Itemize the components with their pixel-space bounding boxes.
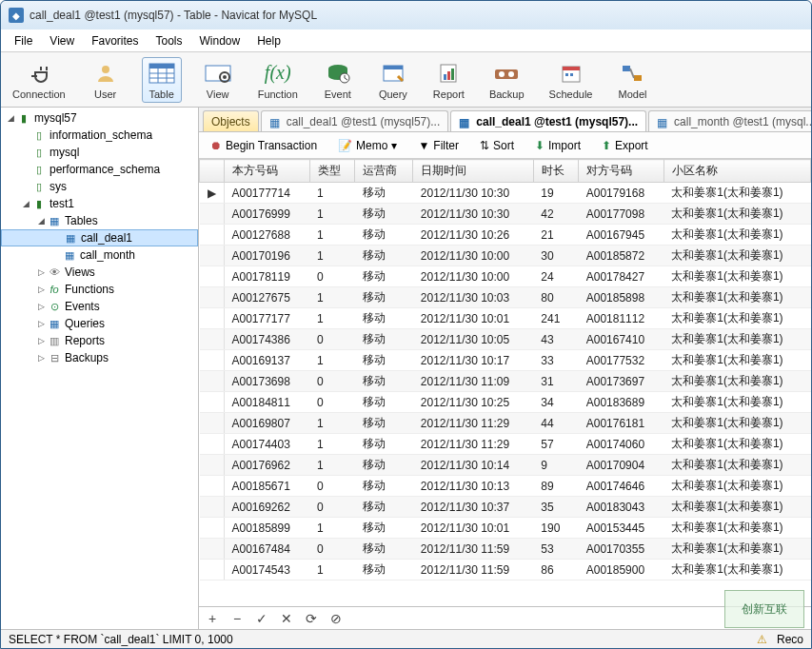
cell[interactable]: 移动 — [355, 183, 413, 204]
table-row[interactable]: A001276881移动2012/11/30 10:2621A00167945太… — [200, 225, 811, 246]
cell[interactable]: 57 — [533, 434, 578, 455]
filter-button[interactable]: ▼Filter — [412, 137, 465, 154]
cell[interactable]: 0 — [309, 329, 354, 350]
cell[interactable]: A00174060 — [579, 434, 664, 455]
table-row[interactable]: A001769621移动2012/11/30 10:149A00170904太和… — [200, 455, 811, 476]
expand-icon[interactable]: ▷ — [35, 336, 47, 345]
refresh-button[interactable]: ⟳ — [304, 611, 319, 626]
menu-help[interactable]: Help — [249, 31, 288, 50]
expand-icon[interactable]: ▷ — [35, 319, 47, 328]
tab-call-deal1-2[interactable]: ▦call_deal1 @test1 (mysql57)... — [450, 110, 646, 131]
cell[interactable]: 9 — [533, 455, 578, 476]
tree-db-performance-schema[interactable]: ▯performance_schema — [1, 161, 198, 178]
cell[interactable]: 0 — [309, 476, 354, 497]
cell[interactable]: A00177098 — [579, 204, 664, 225]
cell[interactable]: 移动 — [355, 266, 413, 287]
cell[interactable]: A00185900 — [579, 560, 664, 580]
connection-tree[interactable]: ◢ ▮ mysql57 ▯information_schema ▯mysql ▯… — [1, 108, 199, 629]
cell[interactable]: 太和姜寨1(太和姜寨1) — [663, 455, 810, 476]
table-row[interactable]: A001743860移动2012/11/30 10:0543A00167410太… — [200, 329, 811, 350]
cell[interactable]: 44 — [533, 413, 578, 434]
export-button[interactable]: ⬆Export — [596, 137, 654, 154]
cell[interactable]: A00177714 — [224, 183, 309, 204]
cell[interactable]: A00184811 — [224, 392, 309, 413]
tool-report[interactable]: Report — [429, 58, 468, 102]
data-grid[interactable]: 本方号码类型运营商日期时间时长对方号码小区名称 ▶A001777141移动201… — [199, 159, 811, 606]
collapse-icon[interactable]: ◢ — [20, 199, 31, 208]
cell[interactable]: A00176999 — [224, 204, 309, 225]
cell[interactable]: 移动 — [355, 371, 413, 392]
cell[interactable]: 1 — [309, 287, 354, 308]
tree-group-queries[interactable]: ▷▦Queries — [1, 315, 198, 332]
cell[interactable]: 太和姜寨1(太和姜寨1) — [663, 518, 810, 539]
cell[interactable]: 2012/11/30 10:30 — [413, 183, 534, 204]
table-row[interactable]: A001771771移动2012/11/30 10:01241A00181112… — [200, 308, 811, 329]
cell[interactable]: 0 — [309, 266, 354, 287]
commit-button[interactable]: ✓ — [254, 611, 269, 626]
cell[interactable]: A00174543 — [224, 560, 309, 580]
cell[interactable]: 1 — [309, 204, 354, 225]
tab-call-month[interactable]: ▦call_month @test1 (mysql... — [648, 110, 811, 131]
expand-icon[interactable]: ▷ — [35, 267, 47, 277]
cell[interactable]: A00170355 — [579, 539, 664, 560]
table-row[interactable]: ▶A001777141移动2012/11/30 10:3019A00179168… — [200, 183, 811, 204]
cell[interactable]: A00174386 — [224, 329, 309, 350]
cell[interactable]: 2012/11/30 11:29 — [413, 434, 534, 455]
cell[interactable]: 移动 — [355, 308, 413, 329]
table-row[interactable]: A001745431移动2012/11/30 11:5986A00185900太… — [200, 560, 811, 580]
cell[interactable]: 移动 — [355, 392, 413, 413]
cell[interactable]: A00170904 — [579, 455, 664, 476]
delete-row-button[interactable]: − — [229, 611, 245, 626]
tool-user[interactable]: User — [87, 58, 125, 102]
cell[interactable]: A00178119 — [224, 266, 309, 287]
cell[interactable]: 35 — [533, 497, 578, 518]
tab-objects[interactable]: Objects — [203, 110, 259, 131]
cell[interactable]: A00173697 — [579, 371, 664, 392]
cell[interactable]: 太和姜寨1(太和姜寨1) — [663, 308, 810, 329]
cell[interactable]: A00127675 — [224, 287, 309, 308]
cell[interactable]: 2012/11/30 10:14 — [413, 455, 534, 476]
cell[interactable]: 21 — [533, 225, 578, 246]
expand-icon[interactable]: ▷ — [35, 285, 47, 294]
table-row[interactable]: A001856710移动2012/11/30 10:1389A00174646太… — [200, 476, 811, 497]
cell[interactable]: 太和姜寨1(太和姜寨1) — [663, 287, 810, 308]
cell[interactable]: 0 — [309, 497, 354, 518]
cell[interactable]: 1 — [309, 455, 354, 476]
cell[interactable]: 太和姜寨1(太和姜寨1) — [663, 392, 810, 413]
tool-table[interactable]: Table — [142, 57, 182, 103]
cell[interactable]: 太和姜寨1(太和姜寨1) — [663, 371, 810, 392]
cell[interactable]: 移动 — [355, 539, 413, 560]
column-header[interactable]: 日期时间 — [413, 160, 534, 183]
cell[interactable]: 移动 — [355, 434, 413, 455]
cell[interactable]: 1 — [309, 183, 354, 204]
cell[interactable]: A00185872 — [579, 246, 664, 266]
cell[interactable]: 30 — [533, 246, 578, 266]
tool-connection[interactable]: Connection — [9, 58, 69, 102]
cell[interactable]: A00181112 — [579, 308, 664, 329]
cell[interactable]: 太和姜寨1(太和姜寨1) — [663, 204, 810, 225]
table-row[interactable]: A001674840移动2012/11/30 11:5953A00170355太… — [200, 539, 811, 560]
menu-file[interactable]: File — [7, 31, 40, 50]
cell[interactable]: 移动 — [355, 246, 413, 266]
cell[interactable]: A00167410 — [579, 329, 664, 350]
tree-db-sys[interactable]: ▯sys — [1, 178, 198, 195]
table-row[interactable]: A001781190移动2012/11/30 10:0024A00178427太… — [200, 266, 811, 287]
cell[interactable]: 太和姜寨1(太和姜寨1) — [663, 413, 810, 434]
cell[interactable]: 1 — [309, 560, 354, 580]
cell[interactable]: A00127688 — [224, 225, 309, 246]
import-button[interactable]: ⬇Import — [529, 137, 586, 154]
cell[interactable]: 移动 — [355, 518, 413, 539]
cell[interactable]: A00185898 — [579, 287, 664, 308]
cell[interactable]: 1 — [309, 308, 354, 329]
tool-backup[interactable]: Backup — [485, 58, 528, 102]
cell[interactable]: 1 — [309, 246, 354, 266]
cell[interactable]: 2012/11/30 11:09 — [413, 371, 534, 392]
cell[interactable]: 移动 — [355, 225, 413, 246]
cell[interactable]: A00169262 — [224, 497, 309, 518]
cell[interactable]: 241 — [533, 308, 578, 329]
cell[interactable]: 2012/11/30 10:01 — [413, 518, 534, 539]
cell[interactable]: A00183043 — [579, 497, 664, 518]
cell[interactable]: 2012/11/30 11:59 — [413, 560, 534, 580]
menu-view[interactable]: View — [42, 31, 82, 50]
cell[interactable]: 0 — [309, 392, 354, 413]
